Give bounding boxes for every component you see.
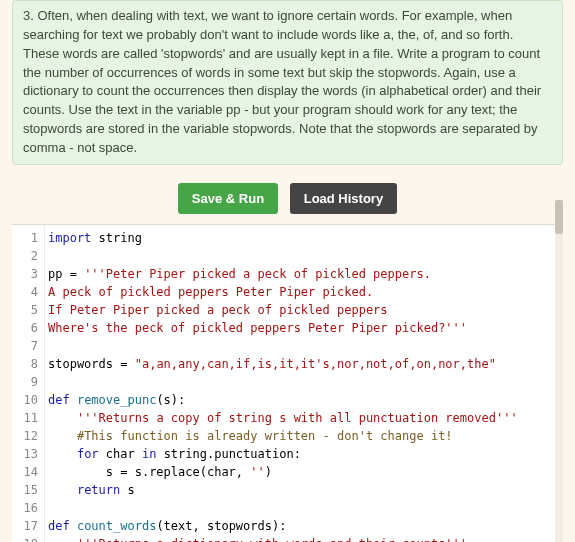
code-line[interactable] [48,337,553,355]
code-line[interactable]: return s [48,481,553,499]
line-number: 7 [12,337,44,355]
line-number: 11 [12,409,44,427]
code-line[interactable] [48,499,553,517]
code-line[interactable]: '''Returns a copy of string s with all p… [48,409,553,427]
line-number: 2 [12,247,44,265]
code-line[interactable] [48,247,553,265]
code-editor[interactable]: 1234567891011121314151617181920212223 im… [12,224,563,542]
line-number: 6 [12,319,44,337]
code-line[interactable]: '''Returns a dictionary with words and t… [48,535,553,542]
line-number: 8 [12,355,44,373]
code-line[interactable]: A peck of pickled peppers Peter Piper pi… [48,283,553,301]
code-line[interactable]: Where's the peck of pickled peppers Pete… [48,319,553,337]
line-number: 1 [12,229,44,247]
line-number: 13 [12,445,44,463]
code-line[interactable]: def remove_punc(s): [48,391,553,409]
code-line[interactable]: #This function is already written - don'… [48,427,553,445]
line-number: 12 [12,427,44,445]
code-line[interactable]: pp = '''Peter Piper picked a peck of pic… [48,265,553,283]
line-number: 3 [12,265,44,283]
line-number: 15 [12,481,44,499]
save-run-button[interactable]: Save & Run [178,183,278,214]
line-number: 4 [12,283,44,301]
editor-scrollbar[interactable] [555,200,563,542]
line-number: 14 [12,463,44,481]
code-line[interactable] [48,373,553,391]
scrollbar-thumb[interactable] [555,200,563,234]
line-number: 16 [12,499,44,517]
line-number: 5 [12,301,44,319]
code-line[interactable]: import string [48,229,553,247]
problem-description: 3. Often, when dealing with text, we wan… [12,0,563,165]
code-line[interactable]: s = s.replace(char, '') [48,463,553,481]
line-number: 10 [12,391,44,409]
button-row: Save & Run Load History [0,183,575,214]
code-line[interactable]: for char in string.punctuation: [48,445,553,463]
load-history-button[interactable]: Load History [290,183,397,214]
problem-text: 3. Often, when dealing with text, we wan… [23,8,541,155]
line-number-gutter: 1234567891011121314151617181920212223 [12,225,45,542]
code-content[interactable]: import string pp = '''Peter Piper picked… [44,225,553,542]
code-line[interactable]: def count_words(text, stopwords): [48,517,553,535]
line-number: 17 [12,517,44,535]
code-line[interactable]: If Peter Piper picked a peck of pickled … [48,301,553,319]
line-number: 18 [12,535,44,542]
code-line[interactable]: stopwords = "a,an,any,can,if,is,it,it's,… [48,355,553,373]
line-number: 9 [12,373,44,391]
